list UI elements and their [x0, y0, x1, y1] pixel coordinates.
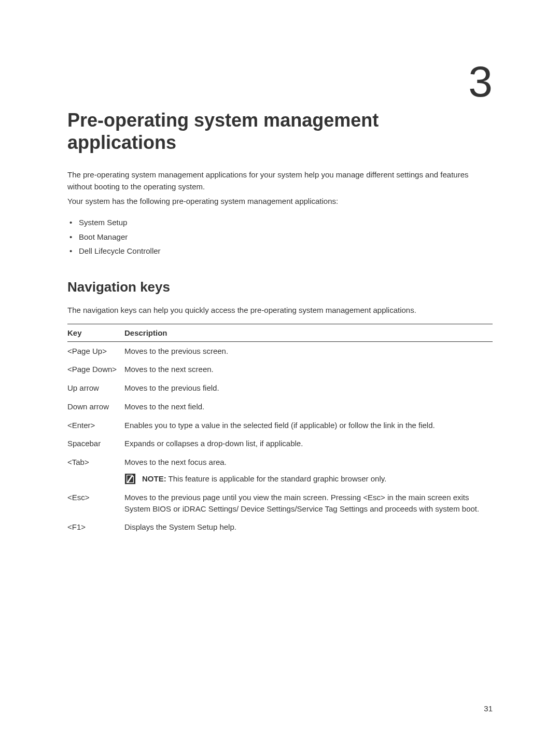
list-item: System Setup	[67, 215, 493, 230]
chapter-number: 3	[468, 60, 493, 103]
table-header-row: Key Description	[67, 324, 493, 341]
table-cell-desc: Moves to the next screen.	[124, 360, 493, 379]
page-title: Pre-operating system management applicat…	[67, 109, 493, 154]
table-row: Up arrow Moves to the previous field.	[67, 379, 493, 397]
table-row: <Esc> Moves to the previous page until y…	[67, 488, 493, 518]
table-cell-key: <Page Up>	[67, 341, 124, 360]
table-cell-desc: Expands or collapses a drop-down list, i…	[124, 434, 493, 453]
note-body: This feature is applicable for the stand…	[166, 474, 387, 483]
note-label: NOTE:	[142, 474, 166, 483]
table-cell-desc: Moves to the next field.	[124, 397, 493, 416]
table-row: <Page Down> Moves to the next screen.	[67, 360, 493, 379]
section-intro: The navigation keys can help you quickly…	[67, 305, 493, 316]
table-row: <Page Up> Moves to the previous screen.	[67, 341, 493, 360]
table-cell-key: <F1>	[67, 518, 124, 536]
list-item: Dell Lifecycle Controller	[67, 244, 493, 258]
table-cell-desc: Moves to the previous screen.	[124, 341, 493, 360]
section-heading-navigation-keys: Navigation keys	[67, 279, 493, 295]
table-cell-desc: Moves to the next focus area. NOTE: This…	[124, 453, 493, 488]
table-cell-desc-text: Moves to the next focus area.	[124, 458, 227, 466]
table-header-key: Key	[67, 324, 124, 341]
table-cell-key: <Enter>	[67, 416, 124, 435]
table-row: <Tab> Moves to the next focus area. NOTE…	[67, 453, 493, 488]
list-item: Boot Manager	[67, 230, 493, 244]
navigation-keys-table: Key Description <Page Up> Moves to the p…	[67, 324, 493, 537]
table-cell-key: <Esc>	[67, 488, 124, 518]
table-row: Spacebar Expands or collapses a drop-dow…	[67, 434, 493, 453]
table-cell-key: Down arrow	[67, 397, 124, 416]
table-cell-desc: Moves to the previous field.	[124, 379, 493, 397]
note-block: NOTE: This feature is applicable for the…	[124, 473, 493, 485]
table-cell-key: <Tab>	[67, 453, 124, 488]
table-cell-key: Up arrow	[67, 379, 124, 397]
table-cell-key: Spacebar	[67, 434, 124, 453]
table-header-description: Description	[124, 324, 493, 341]
table-row: <Enter> Enables you to type a value in t…	[67, 416, 493, 435]
page-number: 31	[484, 704, 493, 713]
table-row: Down arrow Moves to the next field.	[67, 397, 493, 416]
table-cell-desc: Moves to the previous page until you vie…	[124, 488, 493, 518]
applications-list: System Setup Boot Manager Dell Lifecycle…	[67, 215, 493, 258]
note-icon	[124, 473, 136, 485]
note-text: NOTE: This feature is applicable for the…	[142, 473, 386, 485]
table-cell-key: <Page Down>	[67, 360, 124, 379]
table-row: <F1> Displays the System Setup help.	[67, 518, 493, 536]
table-cell-desc: Displays the System Setup help.	[124, 518, 493, 536]
table-cell-desc: Enables you to type a value in the selec…	[124, 416, 493, 435]
intro-paragraph-1: The pre-operating system management appl…	[67, 169, 493, 192]
intro-paragraph-2: Your system has the following pre-operat…	[67, 196, 493, 208]
